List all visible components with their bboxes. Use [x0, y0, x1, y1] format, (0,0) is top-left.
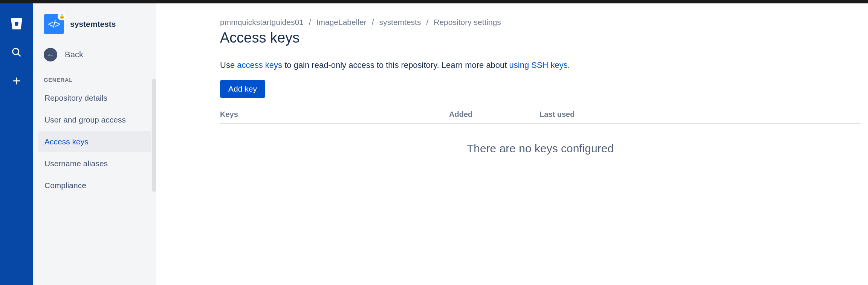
breadcrumb-item-settings[interactable]: Repository settings [434, 18, 501, 27]
bitbucket-logo-icon[interactable] [8, 15, 26, 33]
window-top-bar [0, 0, 868, 3]
ssh-keys-link[interactable]: using SSH keys [509, 60, 568, 70]
lock-icon: 🔒 [58, 12, 66, 20]
sidebar-scrollbar[interactable] [152, 79, 156, 192]
breadcrumb-item-repo[interactable]: systemtests [379, 18, 421, 27]
empty-state-message: There are no keys configured [220, 124, 860, 155]
back-arrow-icon: ← [44, 48, 57, 61]
add-key-button[interactable]: Add key [220, 80, 265, 98]
breadcrumb-item-project[interactable]: ImageLabeller [316, 18, 367, 27]
page-title: Access keys [220, 30, 868, 46]
main-content: pmmquickstartguides01 / ImageLabeller / … [156, 3, 868, 285]
desc-text: . [568, 60, 570, 70]
column-header-lastused: Last used [539, 110, 860, 119]
desc-text: to gain read-only access to this reposit… [282, 60, 509, 70]
repo-header: </> 🔒 systemtests [33, 14, 156, 43]
breadcrumb-item-workspace[interactable]: pmmquickstartguides01 [220, 18, 304, 27]
repo-avatar-icon: </> 🔒 [44, 14, 64, 34]
sidebar-item-user-group-access[interactable]: User and group access [38, 109, 151, 130]
page-description: Use access keys to gain read-only access… [220, 60, 868, 70]
svg-point-0 [13, 49, 19, 55]
breadcrumb-separator: / [372, 18, 374, 27]
repo-name: systemtests [70, 20, 116, 29]
sidebar: </> 🔒 systemtests ← Back GENERAL Reposit… [33, 3, 156, 285]
back-label: Back [65, 50, 83, 60]
sidebar-item-compliance[interactable]: Compliance [38, 175, 151, 196]
desc-text: Use [220, 60, 237, 70]
column-header-added: Added [449, 110, 539, 119]
search-icon[interactable] [8, 43, 26, 61]
global-nav: + [0, 3, 33, 285]
add-icon[interactable]: + [8, 72, 26, 90]
breadcrumb-separator: / [426, 18, 428, 27]
code-icon: </> [48, 18, 60, 30]
sidebar-item-username-aliases[interactable]: Username aliases [38, 153, 151, 174]
sidebar-nav-list: Repository details User and group access… [33, 87, 156, 197]
sidebar-item-access-keys[interactable]: Access keys [38, 131, 151, 152]
column-header-keys: Keys [220, 110, 449, 119]
sidebar-item-repository-details[interactable]: Repository details [38, 87, 151, 109]
svg-line-1 [18, 54, 21, 57]
back-button[interactable]: ← Back [33, 43, 156, 66]
sidebar-section-label: GENERAL [33, 66, 156, 87]
keys-table-header: Keys Added Last used [220, 110, 860, 124]
access-keys-link[interactable]: access keys [237, 60, 282, 70]
breadcrumb-separator: / [309, 18, 311, 27]
breadcrumb: pmmquickstartguides01 / ImageLabeller / … [220, 18, 868, 27]
app-container: + </> 🔒 systemtests ← Back GENERAL Repos… [0, 3, 868, 285]
